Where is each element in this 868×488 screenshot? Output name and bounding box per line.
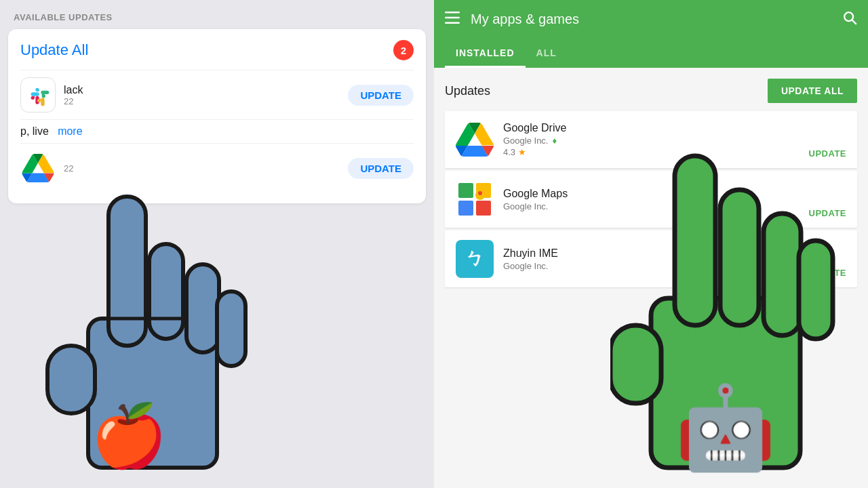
slack-app-date: 22 [64,96,340,106]
update-all-row: Update All 2 [20,40,414,60]
google-drive-icon [456,121,494,159]
search-icon[interactable] [842,10,857,28]
svg-rect-26 [799,241,833,339]
svg-rect-4 [186,264,219,352]
middle-text-row: p, live more [20,119,414,143]
tab-all[interactable]: ALL [526,38,568,68]
svg-text:🤖: 🤖 [675,380,776,476]
verified-badge: ♦ [553,136,557,146]
svg-rect-2 [108,197,146,346]
slack-update-button[interactable]: UPDATE [348,85,414,106]
middle-text: p, live more [20,125,414,138]
svg-rect-11 [445,22,460,24]
svg-rect-25 [764,214,801,336]
svg-rect-10 [445,16,460,18]
svg-text:🍎: 🍎 [91,400,167,472]
zhuyin-icon: ㄅ [456,240,494,278]
svg-rect-22 [610,325,661,403]
svg-point-20 [478,191,482,195]
svg-rect-3 [149,244,183,339]
section-header: AVAILABLE UPDATES [0,0,434,29]
slack-app-name: lack [64,84,340,96]
google-maps-icon [456,180,494,218]
header-title: My apps & games [471,12,831,27]
updates-title: Updates [445,84,490,98]
svg-rect-24 [720,190,759,325]
app-row-slack: lack 22 UPDATE [20,70,414,119]
svg-rect-15 [458,183,473,198]
android-hand-illustration: 🤖 [610,122,868,488]
ios-panel: AVAILABLE UPDATES Update All 2 [0,0,434,488]
ios-hand-illustration: 🍎 [34,156,271,488]
slack-app-info: lack 22 [64,84,340,106]
tab-installed[interactable]: INSTALLED [445,38,526,68]
star-icon: ★ [518,147,526,157]
svg-rect-9 [445,12,460,14]
svg-rect-1 [47,346,95,413]
update-badge: 2 [393,40,414,60]
more-link[interactable]: more [58,125,82,137]
drive-update-button[interactable]: UPDATE [348,158,414,179]
hamburger-icon[interactable] [445,12,460,27]
slack-icon [20,77,56,113]
svg-line-13 [852,20,856,24]
svg-rect-23 [675,156,715,325]
updates-header: Updates UPDATE ALL [445,79,857,103]
update-all-label[interactable]: Update All [20,41,88,59]
svg-rect-5 [217,291,245,366]
play-header: My apps & games [434,0,868,38]
play-tabs: INSTALLED ALL [434,38,868,68]
update-all-button[interactable]: UPDATE ALL [768,79,857,103]
svg-rect-18 [476,201,491,216]
svg-rect-17 [458,201,473,216]
android-panel: My apps & games INSTALLED ALL Updates UP… [434,0,868,488]
